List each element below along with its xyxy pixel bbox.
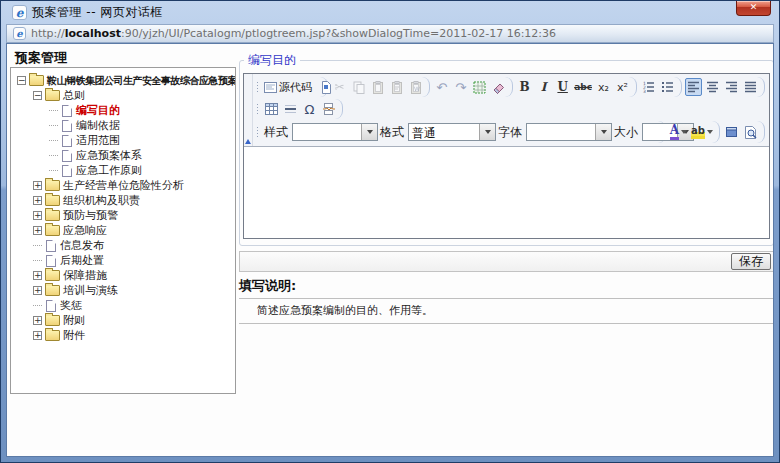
maximize-button[interactable] [723,123,740,141]
preview-button[interactable] [742,123,759,141]
superscript-button[interactable]: x² [614,78,631,96]
expand-node-icon[interactable]: + [33,271,42,280]
tree-item-label[interactable]: 鞍山钢铁集团公司生产安全事故综合应急预案 [47,74,236,88]
ie-icon: e [12,5,27,20]
align-right-button[interactable] [723,78,740,96]
close-button[interactable]: ✕ [736,1,771,16]
tree-item[interactable]: 编制依据 [11,118,235,133]
expand-node-icon[interactable]: + [33,316,42,325]
tree-item-label[interactable]: 应急工作原则 [76,163,142,178]
toolbar-row-1: 源代码 ✂ [255,76,767,98]
tree-item[interactable]: 应急预案体系 [11,148,235,163]
tree-item[interactable]: +应急响应 [11,223,235,238]
tree-item-label[interactable]: 后期处置 [60,253,104,268]
collapse-node-icon[interactable]: − [17,76,26,85]
tree-item[interactable]: −鞍山钢铁集团公司生产安全事故综合应急预案 [11,73,235,88]
chevron-down-icon[interactable] [361,124,377,140]
justify-icon [744,81,757,93]
tree-item-label[interactable]: 培训与演练 [63,283,118,298]
italic-button[interactable]: I [535,78,552,96]
folder-icon [45,180,60,191]
tree-item-label[interactable]: 保障措施 [63,268,107,283]
collapse-toolbar-icon[interactable] [245,139,251,144]
format-dropdown[interactable]: 普通 [408,123,496,141]
size-label: 大小 [614,124,638,141]
tree-item-label[interactable]: 附件 [63,328,85,343]
underline-button[interactable]: U [554,78,571,96]
page-break-button[interactable] [320,100,337,118]
align-center-button[interactable] [704,78,721,96]
tree-item[interactable]: +组织机构及职责 [11,193,235,208]
tree-item[interactable]: +生产经营单位危险性分析 [11,178,235,193]
subscript-button[interactable]: x₂ [595,78,612,96]
select-all-button[interactable] [471,78,488,96]
style-dropdown[interactable] [292,123,378,141]
tree-item[interactable]: +附件 [11,328,235,343]
bold-button[interactable]: B [516,78,533,96]
align-left-icon [687,81,700,93]
expand-node-icon[interactable]: + [33,196,42,205]
chevron-down-icon[interactable] [479,124,495,140]
collapse-node-icon[interactable]: − [33,91,42,100]
undo-button[interactable]: ↶ [433,78,450,96]
strikethrough-button[interactable]: abc [573,78,593,96]
tree-item-label[interactable]: 编写目的 [76,103,120,118]
remove-format-button[interactable] [490,78,507,96]
align-left-button[interactable] [685,78,702,96]
tree-item-label[interactable]: 应急响应 [63,223,107,238]
tree-item-label[interactable]: 应急预案体系 [76,148,142,163]
expand-node-icon[interactable]: + [33,331,42,340]
save-button[interactable]: 保存 [731,253,771,270]
folder-icon [45,315,60,326]
tree-item-label[interactable]: 奖惩 [60,298,82,313]
tree-item[interactable]: 后期处置 [11,253,235,268]
insert-table-button[interactable] [263,100,280,118]
ordered-list-button[interactable]: 123 [640,78,657,96]
bullet-list-button[interactable] [659,78,676,96]
horizontal-rule-button[interactable] [282,100,299,118]
chevron-down-icon[interactable] [595,124,611,140]
tree-item[interactable]: 编写目的 [11,103,235,118]
cut-icon: ✂ [335,80,345,94]
tree-item[interactable]: −总则 [11,88,235,103]
highlight-color-icon: ab [691,125,705,140]
tree-item[interactable]: +附则 [11,313,235,328]
text-color-button[interactable]: A [669,123,688,141]
dialog-content: 预案管理 −鞍山钢铁集团公司生产安全事故综合应急预案−总则编写目的编制依据适用范… [6,43,774,457]
tree-item[interactable]: 适用范围 [11,133,235,148]
toolbar-collapse-strip[interactable] [244,74,253,146]
tree-item[interactable]: 应急工作原则 [11,163,235,178]
editor-content-area[interactable] [244,147,769,238]
highlight-color-button[interactable]: ab [690,123,714,141]
tree-item-label[interactable]: 附则 [63,313,85,328]
font-dropdown[interactable] [526,123,612,141]
tree-item-label[interactable]: 预防与预警 [63,208,118,223]
tree-item-label[interactable]: 组织机构及职责 [63,193,140,208]
redo-button[interactable]: ↷ [452,78,469,96]
select-all-icon [473,81,486,94]
expand-node-icon[interactable]: + [33,226,42,235]
tree-item[interactable]: +预防与预警 [11,208,235,223]
document-icon [62,150,72,162]
font-label: 字体 [498,124,522,141]
tree-item-label[interactable]: 信息发布 [60,238,104,253]
text-color-icon: A [670,124,679,140]
tree-item[interactable]: 信息发布 [11,238,235,253]
tree-item-label[interactable]: 生产经营单位危险性分析 [63,178,184,193]
tree-item[interactable]: 奖惩 [11,298,235,313]
tree-item-label[interactable]: 适用范围 [76,133,120,148]
tree-item-label[interactable]: 编制依据 [76,118,120,133]
expand-node-icon[interactable]: + [33,211,42,220]
justify-button[interactable] [742,78,759,96]
dialog-window: e 预案管理 -- 网页对话框 ✕ e http://localhost:90/… [0,0,780,463]
document-icon [46,240,56,252]
source-code-button[interactable]: 源代码 [263,78,315,96]
tree-item-label[interactable]: 总则 [63,88,85,103]
special-char-button[interactable]: Ω [301,100,318,118]
expand-node-icon[interactable]: + [33,286,42,295]
style-label: 样式 [264,124,288,141]
folder-icon [45,225,60,236]
tree-item[interactable]: +培训与演练 [11,283,235,298]
expand-node-icon[interactable]: + [33,181,42,190]
tree-item[interactable]: +保障措施 [11,268,235,283]
